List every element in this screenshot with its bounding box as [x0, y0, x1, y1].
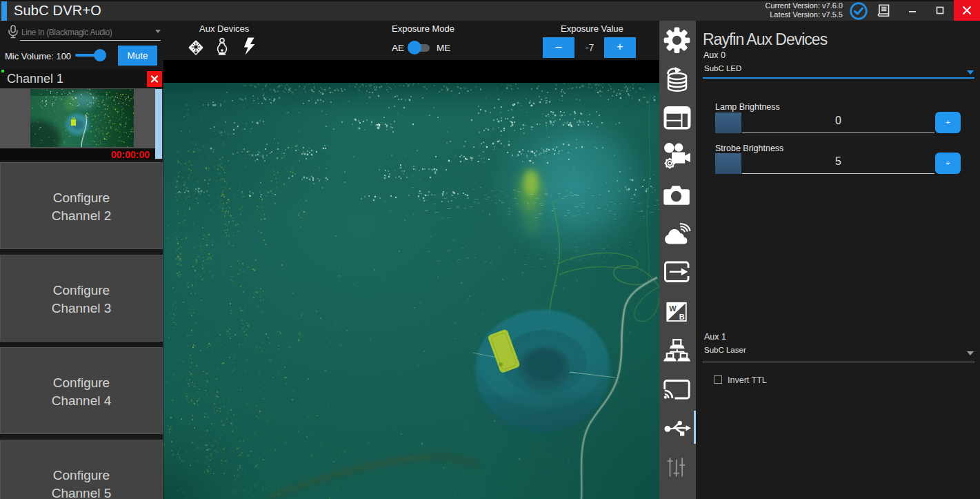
svg-text:W: W: [669, 304, 677, 313]
svg-text:B: B: [679, 313, 685, 321]
